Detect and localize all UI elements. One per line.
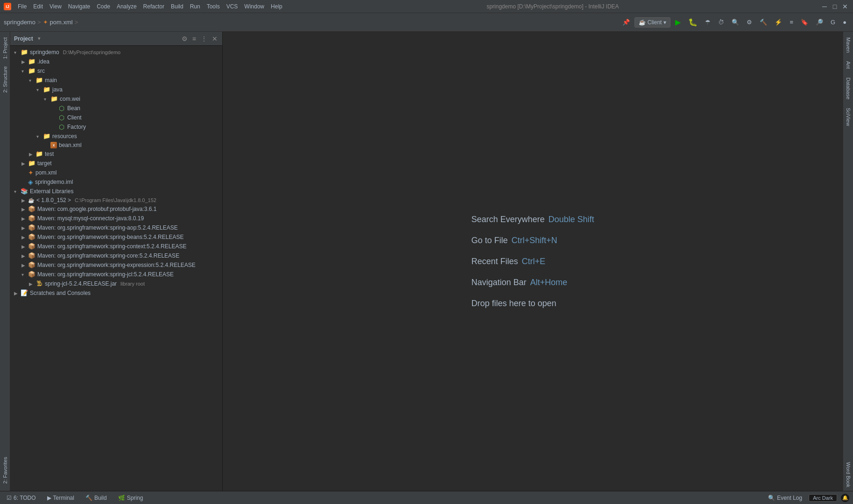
sidebar-tab-favorites[interactable]: 2: Favorites (1, 453, 9, 487)
tree-item-spring-aop[interactable]: ▶ 📦 Maven: org.springframework:spring-ao… (10, 223, 222, 232)
structure-button[interactable]: ≡ (787, 17, 796, 28)
tree-item-spring-context[interactable]: ▶ 📦 Maven: org.springframework:spring-co… (10, 242, 222, 251)
breadcrumb-project[interactable]: springdemo (4, 19, 35, 26)
maximize-button[interactable]: □ (831, 2, 839, 11)
panel-options-button[interactable]: ⋮ (200, 34, 208, 43)
folder-icon-main: 📁 (35, 77, 43, 84)
bookmark-button[interactable]: 🔖 (798, 17, 811, 28)
folder-icon-src: 📁 (28, 67, 35, 75)
sidebar-tab-project[interactable]: 1: Project (1, 34, 9, 63)
search-icon-statusbar: 🔍 (768, 495, 775, 501)
menu-tools[interactable]: Tools (204, 2, 223, 11)
menu-analyze[interactable]: Analyze (114, 2, 140, 11)
tree-item-spring-expression[interactable]: ▶ 📦 Maven: org.springframework:spring-ex… (10, 260, 222, 270)
statusbar-build[interactable]: 🔨 Build (83, 494, 110, 502)
tree-arrow-spring-expression: ▶ (21, 263, 28, 268)
minimize-button[interactable]: ─ (820, 2, 829, 11)
build-artifact-button[interactable]: 🔨 (757, 17, 770, 28)
menu-file[interactable]: File (15, 2, 29, 11)
theme-badge[interactable]: Arc Dark (809, 494, 837, 502)
tree-item-mysql[interactable]: ▶ 📦 Maven: mysql:mysql-connector-java:8.… (10, 214, 222, 223)
tree-item-factory[interactable]: ⬡ Factory (10, 122, 222, 132)
menu-run[interactable]: Run (187, 2, 203, 11)
statusbar-spring[interactable]: 🌿 Spring (115, 494, 146, 502)
sidebar-tab-structure[interactable]: 2: Structure (1, 63, 9, 97)
menu-edit[interactable]: Edit (30, 2, 46, 11)
breadcrumb-file[interactable]: pom.xml (50, 19, 73, 26)
menu-vcs[interactable]: VCS (224, 2, 241, 11)
coverage-button[interactable]: ☂ (702, 17, 713, 28)
right-tab-sciview[interactable]: SciView (844, 104, 853, 130)
tree-item-protobuf[interactable]: ▶ 📦 Maven: com.google.protobuf:protobuf-… (10, 204, 222, 214)
settings-button[interactable]: ⚙ (744, 17, 755, 28)
tree-label-src: src (37, 68, 45, 74)
menu-refactor[interactable]: Refactor (141, 2, 167, 11)
tree-label-main: main (45, 77, 57, 84)
tree-item-main[interactable]: ▾ 📁 main (10, 76, 222, 85)
tree-item-src[interactable]: ▾ 📁 src (10, 66, 222, 76)
search-everywhere-button[interactable]: 🔎 (813, 17, 826, 28)
folder-icon-springdemo: 📁 (21, 49, 28, 56)
extra-button[interactable]: ● (840, 17, 849, 28)
panel-close-button[interactable]: ✕ (211, 34, 219, 43)
panel-gear-button[interactable]: ⚙ (181, 34, 189, 43)
right-tab-ant[interactable]: Ant (844, 57, 853, 73)
menu-view[interactable]: View (47, 2, 64, 11)
close-button[interactable]: ✕ (841, 2, 849, 11)
tree-item-client[interactable]: ⬡ Client (10, 113, 222, 122)
drop-files-label: Drop files here to open (471, 299, 556, 308)
run-button[interactable]: ▶ (672, 16, 684, 28)
tree-arrow-target: ▶ (21, 161, 28, 166)
tree-item-spring-core[interactable]: ▶ 📦 Maven: org.springframework:spring-co… (10, 251, 222, 260)
tree-item-jdk[interactable]: ▶ ☕ < 1.8.0_152 > C:\Program Files\Java\… (10, 196, 222, 204)
right-tab-maven[interactable]: Maven (844, 34, 853, 56)
pin-button[interactable]: 📌 (620, 17, 633, 28)
tree-item-beanxml[interactable]: X bean.xml (10, 141, 222, 149)
panel-header: Project ▾ ⚙ ≡ ⋮ ✕ (10, 32, 222, 46)
tree-item-extlibs[interactable]: ▾ 📚 External Libraries (10, 187, 222, 196)
translate-button[interactable]: G (828, 17, 838, 28)
tree-arrow-extlibs: ▾ (14, 189, 21, 194)
search-everywhere-label: Search Everywhere (471, 215, 544, 224)
statusbar-todo[interactable]: ☑ 6: TODO (4, 494, 39, 502)
folder-icon-resources: 📁 (43, 133, 50, 140)
tree-label-spring-jcl-jar: spring-jcl-5.2.4.RELEASE.jar (45, 280, 117, 287)
menu-build[interactable]: Build (168, 2, 186, 11)
folder-icon-spring-beans: 📦 (28, 233, 35, 241)
profile-button[interactable]: ⏱ (715, 17, 727, 28)
right-tab-wordbook[interactable]: Word Book (844, 458, 853, 491)
tree-item-springdemo[interactable]: ▾ 📁 springdemo D:\MyProject\springdemo (10, 48, 222, 57)
run-configuration-dropdown[interactable]: ☕ Client ▾ (634, 17, 671, 28)
debug-button[interactable]: 🐛 (685, 16, 700, 28)
tree-item-scratches[interactable]: ▶ 📝 Scratches and Consoles (10, 288, 222, 298)
tree-item-test[interactable]: ▶ 📁 test (10, 149, 222, 159)
tree-arrow-protobuf: ▶ (21, 207, 28, 212)
panel-layout-button[interactable]: ≡ (191, 34, 197, 43)
menu-help[interactable]: Help (268, 2, 285, 11)
tree-item-spring-jcl-jar[interactable]: ▶ 🗜 spring-jcl-5.2.4.RELEASE.jar library… (10, 279, 222, 288)
menu-navigate[interactable]: Navigate (65, 2, 93, 11)
run-anything-button[interactable]: ⚡ (772, 17, 785, 28)
tree-item-idea[interactable]: ▶ 📁 .idea (10, 57, 222, 66)
tree-item-target[interactable]: ▶ 📁 target (10, 159, 222, 168)
statusbar-event-log[interactable]: 🔍 Event Log (765, 494, 805, 502)
statusbar-terminal[interactable]: ▶ Terminal (44, 494, 77, 502)
tree-item-springdemoiml[interactable]: ◈ springdemo.iml (10, 177, 222, 187)
menu-window[interactable]: Window (241, 2, 267, 11)
right-tab-database[interactable]: Database (844, 74, 853, 103)
tree-item-resources[interactable]: ▾ 📁 resources (10, 132, 222, 141)
tree-arrow-scratches: ▶ (14, 291, 21, 296)
tree-label-beanxml: bean.xml (59, 142, 82, 148)
goto-file-label: Go to File (471, 236, 508, 245)
tree-arrow-comwei: ▾ (44, 97, 50, 102)
tree-item-java[interactable]: ▾ 📁 java (10, 85, 222, 94)
tree-item-pomxml[interactable]: ✦ pom.xml (10, 168, 222, 177)
tree-item-spring-beans[interactable]: ▶ 📦 Maven: org.springframework:spring-be… (10, 232, 222, 242)
tree-label-target: target (37, 160, 52, 167)
tree-item-spring-jcl[interactable]: ▾ 📦 Maven: org.springframework:spring-jc… (10, 270, 222, 279)
search-button[interactable]: 🔍 (729, 17, 742, 28)
notifications-button[interactable]: 🔔 (841, 494, 849, 502)
tree-item-bean[interactable]: ⬡ Bean (10, 104, 222, 113)
menu-code[interactable]: Code (94, 2, 113, 11)
tree-item-comwei[interactable]: ▾ 📁 com.wei (10, 94, 222, 104)
